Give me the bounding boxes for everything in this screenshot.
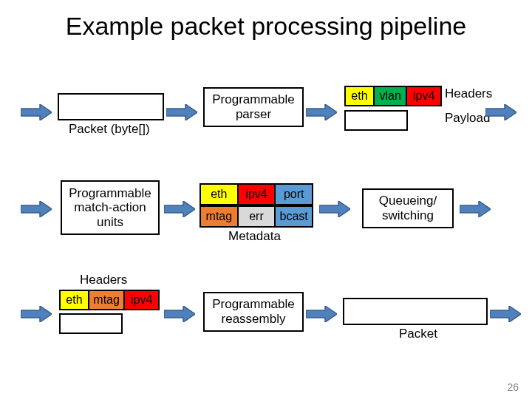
packet-label: Packet (byte[]) <box>69 122 150 137</box>
meta-bot-row: mtag err bcast <box>200 205 313 228</box>
meta-cell-bcast: bcast <box>276 207 312 226</box>
meta-cell-mtag: mtag <box>201 207 239 226</box>
reassembly-box: Programmable reassembly <box>203 292 304 332</box>
payload-box <box>344 110 408 131</box>
out-cell-eth: eth <box>61 291 89 309</box>
arrow-3-icon <box>485 104 516 120</box>
out-headers-label: Headers <box>80 273 127 287</box>
out-packet-label: Packet <box>399 327 437 341</box>
arrow-7-icon <box>460 201 491 217</box>
arrow-1-icon <box>166 104 197 120</box>
packet-box <box>58 93 164 120</box>
metadata-label: Metadata <box>228 229 281 244</box>
arrow-11-icon <box>490 306 521 322</box>
arrow-2-icon <box>306 104 337 120</box>
page-title: Example packet processing pipeline <box>0 12 532 41</box>
slide-number: 26 <box>507 381 519 393</box>
arrow-6-icon <box>319 201 350 217</box>
svg-marker-9 <box>164 306 195 322</box>
queue-box: Queueing/ switching <box>362 188 454 228</box>
arrow-8-icon <box>21 306 52 322</box>
headers-cells: eth vlan ipv4 <box>344 86 442 106</box>
out-headers-cells: eth mtag ipv4 <box>59 290 160 310</box>
arrow-in-icon <box>21 104 52 120</box>
out-cell-mtag: mtag <box>89 291 126 309</box>
svg-marker-8 <box>21 306 52 322</box>
meta-cell-err: err <box>239 207 276 226</box>
svg-marker-6 <box>319 201 350 217</box>
meta-cell-port: port <box>276 185 312 204</box>
mau-box: Programmable match-action units <box>61 180 160 235</box>
arrow-4-icon <box>21 201 52 217</box>
svg-marker-3 <box>485 104 516 120</box>
header-cell-eth: eth <box>346 87 375 105</box>
header-cell-ipv4: ipv4 <box>407 87 440 105</box>
header-cell-vlan: vlan <box>375 87 408 105</box>
svg-marker-0 <box>21 104 52 120</box>
svg-marker-7 <box>460 201 491 217</box>
out-cell-ipv4: ipv4 <box>125 291 158 309</box>
svg-marker-10 <box>306 306 337 322</box>
svg-marker-1 <box>166 104 197 120</box>
arrow-9-icon <box>164 306 195 322</box>
arrow-10-icon <box>306 306 337 322</box>
out-packet-box <box>343 298 488 325</box>
parser-box: Programmable parser <box>203 87 304 127</box>
svg-marker-5 <box>164 201 195 217</box>
payload-label: Payload <box>445 111 490 126</box>
meta-cell-ipv4: ipv4 <box>239 185 276 204</box>
arrow-5-icon <box>164 201 195 217</box>
headers-label: Headers <box>445 86 492 101</box>
svg-marker-11 <box>490 306 521 322</box>
svg-marker-4 <box>21 201 52 217</box>
out-payload-box <box>59 313 123 334</box>
svg-marker-2 <box>306 104 337 120</box>
meta-cell-eth: eth <box>201 185 239 204</box>
meta-top-row: eth ipv4 port <box>200 183 313 205</box>
